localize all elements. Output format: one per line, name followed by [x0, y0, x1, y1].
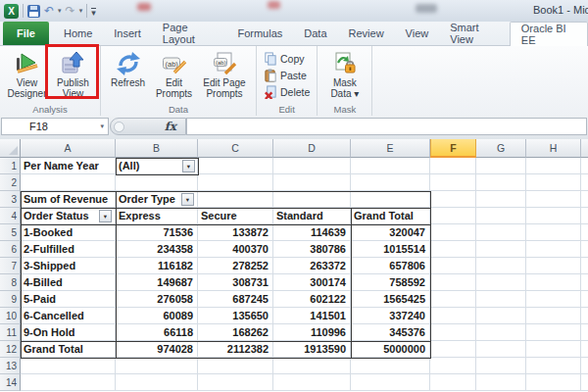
cell-H6[interactable]: [526, 241, 581, 258]
order-type-filter-dropdown[interactable]: ▾: [181, 193, 194, 206]
cell-E13[interactable]: [351, 358, 430, 374]
cell-B9[interactable]: 276058: [116, 291, 198, 308]
per-name-year-filter-dropdown[interactable]: ▾: [182, 160, 195, 172]
row-header-11[interactable]: 11: [0, 324, 21, 341]
cell-F9[interactable]: [430, 291, 476, 308]
cell-partial[interactable]: [581, 258, 588, 274]
column-header-H[interactable]: H: [526, 139, 581, 158]
cell-G1[interactable]: [476, 158, 526, 174]
cell-G3[interactable]: [476, 191, 526, 208]
cell-E10[interactable]: 337240: [351, 308, 430, 324]
cell-A13[interactable]: [21, 358, 116, 374]
cell-C12[interactable]: 2112382: [198, 341, 273, 358]
cell-F3[interactable]: [430, 191, 476, 208]
tab-oracle-bi-ee[interactable]: Oracle BI EE: [510, 22, 588, 46]
splitter-handle[interactable]: [114, 122, 124, 132]
cell-G13[interactable]: [476, 358, 526, 374]
cell-B12[interactable]: 974028: [116, 341, 198, 358]
edit-prompts-button[interactable]: (ab) EditPrompts: [151, 49, 197, 99]
cell-G4[interactable]: [476, 208, 526, 224]
column-header-F[interactable]: F: [430, 139, 476, 158]
row-header-10[interactable]: 10: [0, 308, 21, 324]
cell-A1[interactable]: Per Name Year: [21, 158, 116, 174]
column-header-G[interactable]: G: [476, 139, 526, 158]
cell-C4[interactable]: Secure: [198, 208, 273, 224]
cell-C1[interactable]: [198, 158, 273, 174]
cell-C2[interactable]: [198, 174, 273, 191]
column-header-B[interactable]: B: [116, 139, 198, 158]
row-header-4[interactable]: 4: [0, 208, 21, 224]
cell-C13[interactable]: [198, 358, 273, 374]
row-header-3[interactable]: 3: [0, 191, 21, 208]
cell-A11[interactable]: 9-On Hold: [21, 324, 116, 341]
cell-H10[interactable]: [526, 308, 581, 324]
name-box[interactable]: F18 ▾: [1, 118, 109, 135]
cell-G2[interactable]: [476, 174, 526, 191]
cell-partial[interactable]: [581, 274, 588, 291]
cell-partial[interactable]: [581, 241, 588, 258]
cell-F2[interactable]: [430, 174, 476, 191]
column-header-D[interactable]: D: [273, 139, 351, 158]
row-header-13[interactable]: 13: [0, 358, 21, 374]
order-status-filter-dropdown[interactable]: ▾: [99, 210, 112, 222]
cell-G10[interactable]: [476, 308, 526, 324]
view-designer-button[interactable]: ViewDesigner: [4, 49, 50, 99]
cell-G12[interactable]: [476, 341, 526, 358]
cell-C9[interactable]: 687245: [198, 291, 273, 308]
cell-D4[interactable]: Standard: [273, 208, 351, 224]
cell-H11[interactable]: [526, 324, 581, 341]
cell-C10[interactable]: 135650: [198, 308, 273, 324]
cell-D12[interactable]: 1913590: [273, 341, 351, 358]
column-header-partial[interactable]: [581, 139, 588, 158]
cell-G9[interactable]: [476, 291, 526, 308]
cell-E8[interactable]: 758592: [351, 274, 430, 291]
cell-F8[interactable]: [430, 274, 476, 291]
cell-H9[interactable]: [526, 291, 581, 308]
cell-A5[interactable]: 1-Booked: [21, 224, 116, 241]
cell-partial[interactable]: [581, 324, 588, 341]
cell-B6[interactable]: 234358: [116, 241, 198, 258]
column-header-A[interactable]: A: [21, 139, 116, 158]
cell-F11[interactable]: [430, 324, 476, 341]
cell-B5[interactable]: 71536: [116, 224, 198, 241]
undo-dropdown-icon[interactable]: ▾: [58, 7, 62, 15]
refresh-button[interactable]: Refresh: [105, 49, 151, 89]
cell-H5[interactable]: [526, 224, 581, 241]
cell-E5[interactable]: 320047: [351, 224, 430, 241]
cell-D7[interactable]: 263372: [273, 258, 351, 274]
cell-partial[interactable]: [581, 224, 588, 241]
cell-F7[interactable]: [430, 258, 476, 274]
cell-C8[interactable]: 308731: [198, 274, 273, 291]
tab-review[interactable]: Review: [338, 22, 395, 45]
row-header-9[interactable]: 9: [0, 291, 21, 308]
tab-smart-view[interactable]: Smart View: [439, 22, 510, 45]
cell-F10[interactable]: [430, 308, 476, 324]
cell-H4[interactable]: [526, 208, 581, 224]
cell-A14[interactable]: [21, 374, 116, 391]
redo-icon[interactable]: ↷: [66, 5, 75, 17]
cell-G8[interactable]: [476, 274, 526, 291]
cell-F6[interactable]: [430, 241, 476, 258]
row-header-6[interactable]: 6: [0, 241, 21, 258]
cell-G5[interactable]: [476, 224, 526, 241]
cell-E1[interactable]: [351, 158, 430, 174]
cell-partial[interactable]: [581, 158, 588, 174]
cell-E9[interactable]: 1565425: [351, 291, 430, 308]
cell-partial[interactable]: [581, 191, 588, 208]
cell-A9[interactable]: 5-Paid: [21, 291, 116, 308]
cell-H2[interactable]: [526, 174, 581, 191]
row-header-5[interactable]: 5: [0, 224, 21, 241]
tab-data[interactable]: Data: [293, 22, 337, 45]
cell-D13[interactable]: [273, 358, 351, 374]
mask-data-button[interactable]: MaskData ▾: [321, 49, 368, 99]
customize-qat-icon[interactable]: ▾: [91, 8, 96, 17]
cell-D3[interactable]: [273, 191, 351, 208]
cell-partial[interactable]: [581, 374, 588, 391]
cell-F5[interactable]: [430, 224, 476, 241]
cell-A7[interactable]: 3-Shipped: [21, 258, 116, 274]
cell-G6[interactable]: [476, 241, 526, 258]
cell-D5[interactable]: 114639: [273, 224, 351, 241]
cell-partial[interactable]: [581, 291, 588, 308]
cell-partial[interactable]: [581, 358, 588, 374]
formula-input[interactable]: [186, 118, 587, 135]
